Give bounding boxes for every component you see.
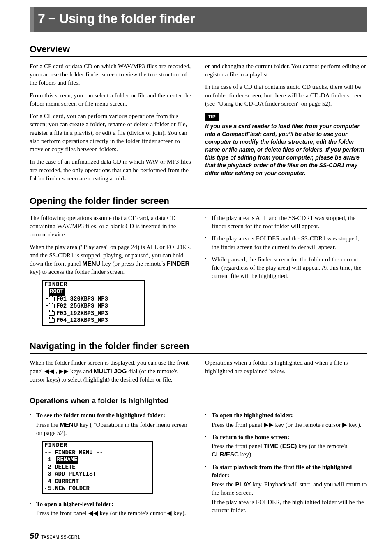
ops-right-b2b: key (or the remote's bbox=[297, 443, 347, 449]
product-name: TASCAM SS-CDR1 bbox=[41, 534, 80, 540]
ops-right-b3-title: To start playback from the first file of… bbox=[212, 464, 352, 479]
ops-left-b1a: Press the bbox=[36, 421, 60, 428]
nav-comma: , bbox=[54, 368, 59, 375]
ops-right-b2-title: To return to the home screen: bbox=[212, 434, 289, 440]
opening-bullet-3: While paused, the finder screen for the … bbox=[205, 255, 367, 280]
ops-left-b1-title: To see the folder menu for the highlight… bbox=[36, 412, 165, 419]
multi-jog-label: MULTI JOG bbox=[94, 368, 127, 375]
screen2-title: FINDER bbox=[43, 442, 152, 449]
tip-label: TIP bbox=[205, 113, 219, 121]
screen2-row0: RENAME bbox=[56, 456, 78, 464]
ops-right-b2c: key). bbox=[239, 451, 253, 458]
overview-p5: er and changing the current folder. You … bbox=[205, 62, 367, 79]
ops-right-b2a: Press the front panel bbox=[212, 443, 264, 449]
navigating-p2: Operations when a folder is highlighted … bbox=[205, 358, 367, 375]
navigating-p1: When the folder finder screen is display… bbox=[30, 358, 192, 384]
finder-screen-root: FINDER ROOT ├F01_320KBPS_MP3 ├F02_256KBP… bbox=[42, 280, 145, 326]
page-number: 50 bbox=[30, 530, 39, 541]
ops-right-b3a: Press the bbox=[212, 481, 235, 488]
ops-right-b1-title: To open the highlighted folder: bbox=[212, 412, 293, 419]
opening-p2c: key) to access the folder finder screen. bbox=[30, 268, 125, 275]
screen2-row3: 4.CURRENT bbox=[44, 478, 79, 486]
ops-right-b1: To open the highlighted folder: Press th… bbox=[205, 411, 367, 429]
ops-left-b2c: key). bbox=[172, 510, 186, 516]
chapter-title: 7 − Using the folder finder bbox=[38, 10, 363, 28]
screen1-row0: F01_320KBPS_MP3 bbox=[56, 296, 108, 303]
section-navigating-heading: Navigating in the folder finder screen bbox=[30, 340, 367, 354]
ops-left-b2-title: To open a higher-level folder: bbox=[36, 501, 113, 507]
ops-left-b2: To open a higher-level folder: Press the… bbox=[30, 500, 192, 518]
time-esc-label: TIME (ESC) bbox=[264, 442, 297, 449]
screen2-row4: 5.NEW FOLDER bbox=[48, 485, 90, 493]
folder-icon bbox=[49, 304, 55, 308]
ops-left-b2a: Press the front panel bbox=[36, 510, 88, 516]
opening-p2b: key (or press the remote's bbox=[100, 260, 166, 267]
screen2-row1: 2.DELETE bbox=[44, 464, 76, 471]
ops-right-b2: To return to the home screen: Press the … bbox=[205, 433, 367, 459]
ops-right-b1c: key). bbox=[347, 421, 361, 428]
ops-right-b3c: If the play area is FOLDER, the highligh… bbox=[212, 498, 367, 515]
page-footer: 50 TASCAM SS-CDR1 bbox=[30, 530, 367, 541]
overview-p4: In the case of an unfinalized data CD in… bbox=[30, 157, 192, 183]
ops-right-b1a: Press the front panel bbox=[212, 421, 264, 428]
finder-menu-screen: FINDER -- FINDER MENU -- 1.RENAME 2.DELE… bbox=[42, 441, 153, 494]
ops-right-b3: To start playback from the first file of… bbox=[205, 463, 367, 515]
screen1-title: FINDER bbox=[43, 281, 144, 289]
screen1-row1: F02_256KBPS_MP3 bbox=[56, 303, 108, 310]
play-key-label: PLAY bbox=[235, 481, 251, 488]
finder-key-label: FINDER bbox=[166, 260, 189, 267]
screen2-menuhead: -- FINDER MENU -- bbox=[43, 449, 152, 457]
overview-p6: In the case of a CD that contains audio … bbox=[205, 83, 367, 108]
folder-icon bbox=[49, 318, 55, 323]
opening-bullet-1: If the play area is ALL and the SS-CDR1 … bbox=[205, 214, 367, 231]
opening-p2: When the play area ("Play area" on page … bbox=[30, 243, 192, 276]
chapter-title-bar: 7 − Using the folder finder bbox=[30, 7, 367, 32]
folder-icon bbox=[49, 311, 55, 316]
right-arrow-icon: ▶ bbox=[342, 421, 347, 428]
section-overview-heading: Overview bbox=[30, 43, 367, 57]
overview-p1: For a CF card or data CD on which WAV/MP… bbox=[30, 62, 192, 87]
rewind-icon-2: ◀◀ bbox=[88, 509, 98, 516]
screen2-row2: 3.ADD PLAYLIST bbox=[44, 471, 96, 478]
ops-left-b1: To see the folder menu for the highlight… bbox=[30, 411, 192, 437]
screen1-row3: F04_128KBPS_MP3 bbox=[56, 317, 108, 324]
opening-bullet-2: If the play area is FOLDER and the SS-CD… bbox=[205, 234, 367, 251]
menu-key-label-2: MENU bbox=[60, 421, 78, 428]
screen1-row2: F03_192KBPS_MP3 bbox=[56, 310, 108, 317]
screen1-root: ROOT bbox=[49, 288, 65, 296]
subsection-ops-heading: Operations when a folder is highlighted bbox=[30, 396, 367, 407]
rewind-icon: ◀◀ bbox=[44, 368, 54, 375]
clr-esc-label: CLR/ESC bbox=[212, 451, 239, 458]
folder-icon bbox=[49, 297, 55, 301]
ops-left-b2b: key (or the remote's cursor bbox=[98, 510, 167, 516]
left-arrow-icon: ◀ bbox=[167, 509, 172, 516]
overview-p2: From this screen, you can select a folde… bbox=[30, 91, 192, 108]
section-opening-heading: Opening the folder finder screen bbox=[30, 195, 367, 209]
nav-p1b: keys and bbox=[69, 368, 93, 375]
opening-p1: The following operations assume that a C… bbox=[30, 214, 192, 239]
tip-body: If you use a card reader to load files f… bbox=[205, 123, 367, 177]
fastforward-icon-2: ▶▶ bbox=[264, 421, 274, 428]
overview-p3: For a CF card, you can perform various o… bbox=[30, 112, 192, 153]
fastforward-icon: ▶▶ bbox=[59, 368, 69, 375]
ops-right-b1b: key (or the remote's cursor bbox=[274, 421, 343, 428]
menu-key-label: MENU bbox=[82, 260, 100, 267]
